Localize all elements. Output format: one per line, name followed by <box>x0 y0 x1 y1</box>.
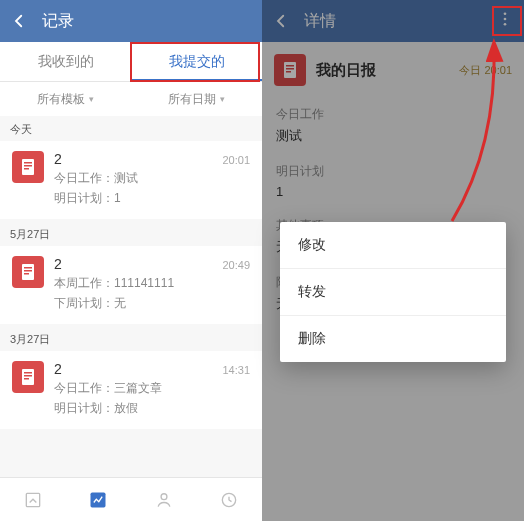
header-bar: 详情 <box>262 0 524 42</box>
svg-rect-1 <box>24 162 32 164</box>
item-body: 2 14:31 今日工作：三篇文章 明日计划：放假 <box>54 361 250 417</box>
svg-rect-0 <box>22 159 34 175</box>
item-line: 本周工作：111141111 <box>54 275 250 292</box>
svg-rect-11 <box>24 378 29 380</box>
svg-rect-10 <box>24 375 32 377</box>
item-title: 2 <box>54 256 62 272</box>
list-item[interactable]: 2 14:31 今日工作：三篇文章 明日计划：放假 <box>0 351 262 429</box>
svg-rect-7 <box>24 273 29 275</box>
nav-profile[interactable] <box>131 478 197 521</box>
menu-forward[interactable]: 转发 <box>280 269 506 316</box>
nav-compose[interactable] <box>0 478 66 521</box>
header-title: 详情 <box>304 11 336 32</box>
svg-point-18 <box>504 23 507 26</box>
date-header: 5月27日 <box>0 221 262 246</box>
report-title: 我的日报 <box>316 61 376 80</box>
chevron-down-icon: ▾ <box>89 94 94 104</box>
item-time: 20:49 <box>222 259 250 271</box>
svg-rect-21 <box>286 68 294 70</box>
avatar <box>12 361 44 393</box>
report-time-value: 20:01 <box>484 64 512 76</box>
date-header: 3月27日 <box>0 326 262 351</box>
avatar <box>12 151 44 183</box>
header-title: 记录 <box>42 11 74 32</box>
svg-rect-9 <box>24 372 32 374</box>
svg-rect-2 <box>24 165 32 167</box>
svg-point-14 <box>161 493 167 499</box>
list-item[interactable]: 2 20:49 本周工作：111141111 下周计划：无 <box>0 246 262 324</box>
item-line: 今日工作：三篇文章 <box>54 380 250 397</box>
records-list: 今天 2 20:01 今日工作：测试 明日计划：1 5月27日 2 <box>0 116 262 477</box>
nav-stats[interactable] <box>66 478 132 521</box>
item-title: 2 <box>54 361 62 377</box>
back-icon[interactable] <box>272 12 290 30</box>
item-body: 2 20:01 今日工作：测试 明日计划：1 <box>54 151 250 207</box>
more-icon[interactable] <box>496 10 514 32</box>
avatar <box>274 54 306 86</box>
section-label: 今日工作 <box>262 98 524 125</box>
list-item[interactable]: 2 20:01 今日工作：测试 明日计划：1 <box>0 141 262 219</box>
svg-rect-5 <box>24 267 32 269</box>
item-line: 今日工作：测试 <box>54 170 250 187</box>
filter-date[interactable]: 所有日期 ▾ <box>131 82 262 116</box>
report-time-prefix: 今日 <box>459 64 481 76</box>
bottom-nav <box>0 477 262 521</box>
date-header: 今天 <box>0 116 262 141</box>
report-time: 今日 20:01 <box>459 63 512 78</box>
item-line: 明日计划：放假 <box>54 400 250 417</box>
svg-rect-22 <box>286 71 291 73</box>
item-body: 2 20:49 本周工作：111141111 下周计划：无 <box>54 256 250 312</box>
tab-submitted[interactable]: 我提交的 <box>131 42 262 81</box>
filter-date-label: 所有日期 <box>168 91 216 108</box>
avatar <box>12 256 44 288</box>
tabs: 我收到的 我提交的 <box>0 42 262 82</box>
item-time: 14:31 <box>222 364 250 376</box>
svg-rect-19 <box>284 62 296 78</box>
nav-time[interactable] <box>197 478 263 521</box>
item-line: 下周计划：无 <box>54 295 250 312</box>
svg-point-16 <box>504 12 507 15</box>
section-label: 明日计划 <box>262 155 524 182</box>
report-header: 我的日报 今日 20:01 <box>262 42 524 98</box>
detail-screen: 详情 我的日报 今日 20:01 今日工作 测试 明日计划 1 其他事项 无 附… <box>262 0 524 521</box>
menu-edit[interactable]: 修改 <box>280 222 506 269</box>
action-menu: 修改 转发 删除 <box>280 222 506 362</box>
chevron-down-icon: ▾ <box>220 94 225 104</box>
records-screen: 记录 我收到的 我提交的 所有模板 ▾ 所有日期 ▾ 今天 2 20:01 <box>0 0 262 521</box>
section-body: 测试 <box>262 125 524 155</box>
header-bar: 记录 <box>0 0 262 42</box>
svg-rect-20 <box>286 65 294 67</box>
item-line: 明日计划：1 <box>54 190 250 207</box>
filters-row: 所有模板 ▾ 所有日期 ▾ <box>0 82 262 116</box>
filter-template-label: 所有模板 <box>37 91 85 108</box>
section-body: 1 <box>262 182 524 209</box>
svg-rect-4 <box>22 264 34 280</box>
back-icon[interactable] <box>10 12 28 30</box>
svg-rect-8 <box>22 369 34 385</box>
item-time: 20:01 <box>222 154 250 166</box>
tab-received[interactable]: 我收到的 <box>0 42 131 81</box>
svg-point-17 <box>504 18 507 21</box>
menu-delete[interactable]: 删除 <box>280 316 506 362</box>
svg-rect-6 <box>24 270 32 272</box>
item-title: 2 <box>54 151 62 167</box>
svg-rect-3 <box>24 168 29 170</box>
filter-template[interactable]: 所有模板 ▾ <box>0 82 131 116</box>
